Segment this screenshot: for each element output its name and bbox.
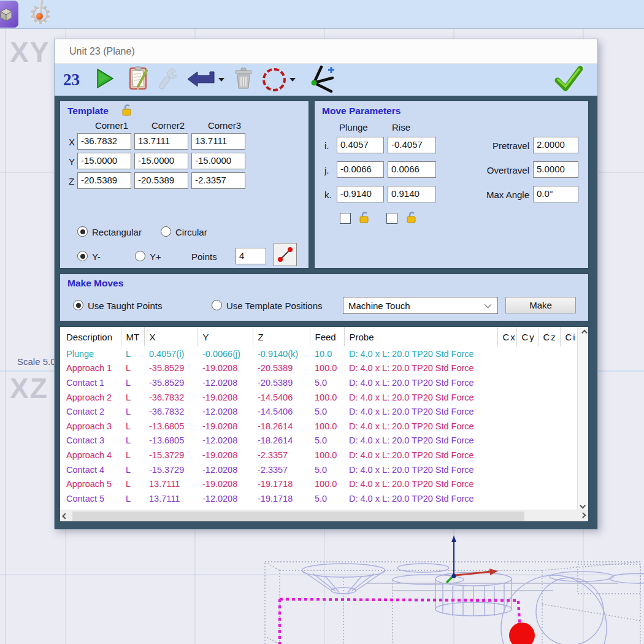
corner3-header: Corner3 (197, 120, 251, 131)
max-angle-field[interactable]: 0.0° (533, 186, 578, 202)
y-minus-label: Y- (92, 251, 101, 262)
move-parameters-title: Move Parameters (322, 105, 401, 117)
circular-label: Circular (175, 227, 207, 237)
table-row[interactable]: Contact 1 L -35.8529 -12.0208 -20.5389 5… (60, 375, 577, 390)
corner1-z-field[interactable]: -20.5389 (77, 172, 131, 189)
overtravel-field[interactable]: 5.0000 (533, 161, 578, 178)
i-plunge-field[interactable]: 0.4057 (337, 137, 384, 153)
scroll-left-icon[interactable] (61, 511, 71, 521)
scroll-up-icon[interactable] (578, 328, 588, 337)
i-rise-field[interactable]: -0.4057 (388, 137, 436, 153)
y-minus-radio[interactable] (77, 251, 88, 261)
corner2-x-field[interactable]: 13.7111 (134, 133, 188, 150)
table-row[interactable]: Contact 4 L -15.3729 -12.0208 -2.3357 5.… (60, 462, 577, 477)
table-row[interactable]: Approach 2 L -36.7832 -19.0208 -14.5406 … (60, 390, 577, 405)
rise-header: Rise (392, 122, 410, 132)
corner1-x-field[interactable]: -36.7832 (77, 133, 131, 150)
horizontal-scroll-thumb[interactable] (72, 512, 524, 521)
corner3-x-field[interactable]: 13.7111 (191, 133, 245, 150)
rectangular-label: Rectangular (92, 227, 142, 237)
use-template-positions-radio[interactable] (212, 300, 222, 310)
checkbox1-lock-icon (358, 211, 371, 227)
pretravel-field[interactable]: 2.0000 (533, 137, 578, 153)
moves-table-body: Plunge L 0.4057(i) -0.0066(j) -0.9140(k)… (60, 347, 577, 506)
points-field[interactable]: 4 (236, 248, 266, 264)
y-plus-label: Y+ (150, 251, 161, 262)
axis-label-x: X (69, 137, 75, 147)
use-taught-points-radio[interactable] (73, 300, 83, 310)
circular-radio[interactable] (161, 226, 171, 237)
corner2-z-field[interactable]: -20.5389 (134, 172, 188, 189)
corner3-z-field[interactable]: -2.3357 (191, 172, 245, 189)
table-row[interactable]: Approach 4 L -15.3729 -19.0208 -2.3357 1… (60, 448, 577, 462)
table-row[interactable]: Contact 5 L 13.7111 -12.0208 -19.1718 5.… (60, 491, 577, 506)
corner1-header: Corner1 (85, 120, 139, 131)
probe-setup-icon[interactable]: ⚙ (23, 0, 58, 29)
make-moves-panel: Make Moves Use Taught Points Use Templat… (59, 274, 589, 321)
move-parameters-panel: Move Parameters Plunge Rise i. 0.4057 -0… (314, 101, 589, 269)
view-label-xy: XY (10, 36, 50, 69)
rise-lock-checkbox[interactable] (386, 213, 397, 224)
probe-path-button[interactable] (274, 243, 297, 266)
vector-mode-icon[interactable] (307, 64, 336, 95)
make-button[interactable]: Make (505, 297, 576, 313)
table-row[interactable]: Contact 2 L -36.7832 -12.0208 -14.5406 5… (60, 404, 577, 419)
axis-label-y: Y (69, 156, 75, 167)
rectangular-radio[interactable] (77, 226, 88, 237)
use-template-positions-label: Use Template Positions (226, 301, 322, 311)
scroll-right-icon[interactable] (578, 511, 588, 521)
col-y: Y (197, 327, 253, 347)
unit-number: 23 (63, 71, 80, 90)
return-icon[interactable] (186, 70, 215, 90)
table-row[interactable]: Contact 3 L -13.6805 -12.0208 -18.2614 5… (60, 434, 577, 448)
col-ci: Ci (560, 327, 577, 347)
points-label: Points (191, 251, 217, 262)
dialog-body: Template Corner1 Corner2 Corner3 X -36.7… (55, 96, 597, 529)
corner1-y-field[interactable]: -15.0000 (77, 153, 131, 169)
run-icon[interactable] (96, 68, 114, 91)
table-row[interactable]: Approach 1 L -35.8529 -19.0208 -20.5389 … (60, 361, 577, 376)
j-rise-field[interactable]: 0.0066 (388, 161, 436, 178)
col-cx: Cx (497, 327, 516, 347)
delete-icon[interactable] (234, 67, 253, 92)
move-mode-select[interactable]: Machine Touch (343, 297, 498, 314)
circle-mode-icon[interactable] (263, 68, 286, 91)
report-icon[interactable] (128, 66, 151, 94)
accept-icon[interactable] (554, 66, 583, 94)
col-x: X (144, 327, 197, 347)
scroll-down-icon[interactable] (578, 500, 588, 510)
table-row[interactable]: Approach 5 L 13.7111 -19.0208 -19.1718 1… (60, 477, 577, 491)
table-row[interactable]: Approach 3 L -13.6805 -19.0208 -18.2614 … (60, 419, 577, 434)
return-dropdown-icon[interactable] (218, 78, 224, 82)
col-cy: Cy (516, 327, 538, 347)
table-header-row: Description MT X Y Z Feed Probe Cx Cy Cz… (60, 327, 577, 347)
ruby-tip-icon (36, 13, 43, 20)
horizontal-scrollbar[interactable] (60, 510, 588, 521)
i-label: i. (324, 140, 329, 151)
circle-dropdown-icon[interactable] (289, 78, 296, 82)
vertical-scrollbar[interactable] (577, 327, 588, 511)
k-rise-field[interactable]: 0.9140 (388, 186, 436, 202)
template-lock-icon[interactable] (120, 104, 134, 120)
j-plunge-field[interactable]: -0.0066 (337, 161, 384, 178)
dialog-title: Unit 23 (Plane) (69, 46, 135, 57)
col-cz: Cz (538, 327, 560, 347)
dialog-titlebar[interactable]: Unit 23 (Plane) (55, 39, 597, 64)
col-description: Description (60, 327, 121, 347)
part-model-icon[interactable] (0, 1, 18, 28)
corner3-y-field[interactable]: -15.0000 (191, 153, 245, 169)
checkbox2-lock-icon (405, 211, 418, 227)
move-mode-value: Machine Touch (348, 301, 410, 311)
k-label: k. (324, 190, 332, 200)
wireframe-view (227, 529, 644, 644)
y-plus-radio[interactable] (135, 251, 145, 261)
plunge-lock-checkbox[interactable] (340, 213, 351, 224)
table-row[interactable]: Plunge L 0.4057(i) -0.0066(j) -0.9140(k)… (60, 347, 577, 361)
probe-path-icon (276, 245, 294, 264)
use-taught-points-label: Use Taught Points (88, 301, 162, 311)
corner2-y-field[interactable]: -15.0000 (134, 153, 188, 169)
tools-icon[interactable] (157, 66, 180, 93)
overtravel-label: Overtravel (480, 165, 529, 175)
k-plunge-field[interactable]: -0.9140 (337, 186, 384, 202)
chevron-down-icon (485, 301, 491, 308)
